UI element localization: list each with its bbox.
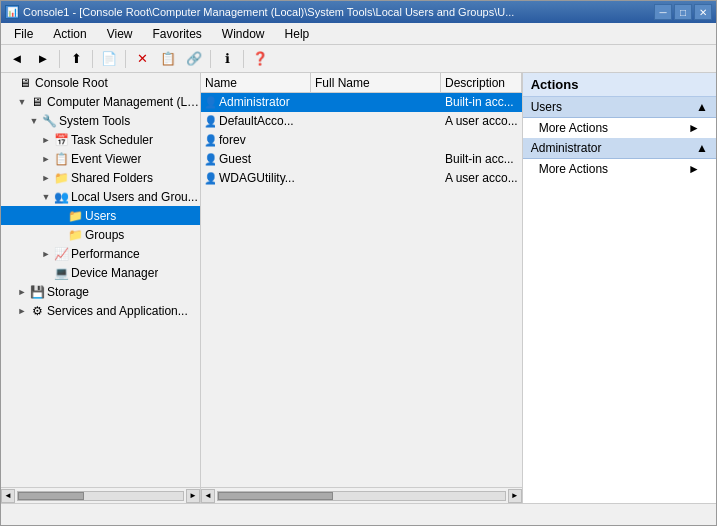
col-header-name[interactable]: Name bbox=[201, 73, 311, 92]
menu-file[interactable]: File bbox=[5, 24, 42, 44]
status-bar bbox=[1, 503, 716, 525]
expander-storage[interactable]: ► bbox=[15, 285, 29, 299]
expander-event-viewer[interactable]: ► bbox=[39, 152, 53, 166]
row-defaultacco-icon: 👤 bbox=[203, 113, 215, 129]
sidebar-item-performance[interactable]: ► 📈 Performance bbox=[1, 244, 200, 263]
center-scrollbar-thumb[interactable] bbox=[218, 492, 333, 500]
sidebar-item-computer-mgmt[interactable]: ▼ 🖥 Computer Management (Lo... bbox=[1, 92, 200, 111]
row-defaultacco-description: A user acco... bbox=[441, 114, 522, 128]
sidebar-item-console-root[interactable]: 🖥 Console Root bbox=[1, 73, 200, 92]
properties-button[interactable]: ℹ bbox=[215, 48, 239, 70]
system-tools-label: System Tools bbox=[59, 114, 130, 128]
sidebar-item-storage[interactable]: ► 💾 Storage bbox=[1, 282, 200, 301]
table-row[interactable]: 👤 Guest Built-in acc... bbox=[201, 150, 522, 169]
sidebar-item-event-viewer[interactable]: ► 📋 Event Viewer bbox=[1, 149, 200, 168]
close-button[interactable]: ✕ bbox=[694, 4, 712, 20]
table-row[interactable]: 👤 forev bbox=[201, 131, 522, 150]
sidebar-item-local-users[interactable]: ▼ 👥 Local Users and Grou... bbox=[1, 187, 200, 206]
sidebar-item-users[interactable]: 📁 Users bbox=[1, 206, 200, 225]
table-row[interactable]: 👤 DefaultAcco... A user acco... bbox=[201, 112, 522, 131]
col-name-label: Name bbox=[205, 76, 237, 90]
sidebar-item-device-manager[interactable]: 💻 Device Manager bbox=[1, 263, 200, 282]
center-scroll-right[interactable]: ► bbox=[508, 489, 522, 503]
expander-task-scheduler[interactable]: ► bbox=[39, 133, 53, 147]
users-label: Users bbox=[85, 209, 116, 223]
row-admin-name: Administrator bbox=[215, 95, 311, 109]
expander-services-apps[interactable]: ► bbox=[15, 304, 29, 318]
sidebar-horizontal-scrollbar[interactable]: ◄ ► bbox=[1, 487, 200, 503]
show-hide-button[interactable]: 📄 bbox=[97, 48, 121, 70]
row-guest-name: Guest bbox=[215, 152, 311, 166]
help-button[interactable]: ❓ bbox=[248, 48, 272, 70]
row-forev-name: forev bbox=[215, 133, 311, 147]
copy-button[interactable]: 📋 bbox=[156, 48, 180, 70]
expander-local-users[interactable]: ▼ bbox=[39, 190, 53, 204]
actions-section-admin-collapse-icon: ▲ bbox=[696, 141, 708, 155]
shared-folders-label: Shared Folders bbox=[71, 171, 153, 185]
table-row[interactable]: 👤 WDAGUtility... A user acco... bbox=[201, 169, 522, 188]
menu-action[interactable]: Action bbox=[44, 24, 95, 44]
task-scheduler-label: Task Scheduler bbox=[71, 133, 153, 147]
actions-section-users[interactable]: Users ▲ bbox=[523, 97, 716, 118]
forward-button[interactable]: ► bbox=[31, 48, 55, 70]
sidebar-scroll-left[interactable]: ◄ bbox=[1, 489, 15, 503]
col-header-description[interactable]: Description bbox=[441, 73, 522, 92]
actions-item-more-actions-users[interactable]: More Actions ► bbox=[523, 118, 716, 138]
system-tools-icon: 🔧 bbox=[41, 113, 57, 129]
more-actions-users-label: More Actions bbox=[539, 121, 608, 135]
menu-favorites[interactable]: Favorites bbox=[144, 24, 211, 44]
expander-shared-folders[interactable]: ► bbox=[39, 171, 53, 185]
expander-device-manager bbox=[39, 266, 53, 280]
paste-button[interactable]: 🔗 bbox=[182, 48, 206, 70]
sidebar-item-task-scheduler[interactable]: ► 📅 Task Scheduler bbox=[1, 130, 200, 149]
row-wdag-name: WDAGUtility... bbox=[215, 171, 311, 185]
menu-view[interactable]: View bbox=[98, 24, 142, 44]
up-button[interactable]: ⬆ bbox=[64, 48, 88, 70]
col-header-fullname[interactable]: Full Name bbox=[311, 73, 441, 92]
table-row[interactable]: 👤 Administrator Built-in acc... bbox=[201, 93, 522, 112]
row-defaultacco-name: DefaultAcco... bbox=[215, 114, 311, 128]
actions-pane: Actions Users ▲ More Actions ► Administr… bbox=[523, 73, 716, 503]
back-button[interactable]: ◄ bbox=[5, 48, 29, 70]
sidebar-item-shared-folders[interactable]: ► 📁 Shared Folders bbox=[1, 168, 200, 187]
col-fullname-label: Full Name bbox=[315, 76, 370, 90]
sidebar-item-system-tools[interactable]: ▼ 🔧 System Tools bbox=[1, 111, 200, 130]
title-bar: 📊 Console1 - [Console Root\Computer Mana… bbox=[1, 1, 716, 23]
center-pane: Name Full Name Description bbox=[201, 73, 522, 487]
maximize-button[interactable]: □ bbox=[674, 4, 692, 20]
row-wdag-description: A user acco... bbox=[441, 171, 522, 185]
minimize-button[interactable]: ─ bbox=[654, 4, 672, 20]
panes-main: 🖥 Console Root ▼ 🖥 Computer Management (… bbox=[1, 73, 716, 503]
app-icon: 📊 bbox=[5, 5, 19, 19]
center-horizontal-scrollbar[interactable]: ◄ ► bbox=[201, 487, 522, 503]
storage-icon: 💾 bbox=[29, 284, 45, 300]
sidebar-item-services-apps[interactable]: ► ⚙ Services and Application... bbox=[1, 301, 200, 320]
window-title: Console1 - [Console Root\Computer Manage… bbox=[23, 6, 514, 18]
console-root-label: Console Root bbox=[35, 76, 108, 90]
event-viewer-icon: 📋 bbox=[53, 151, 69, 167]
actions-section-admin[interactable]: Administrator ▲ bbox=[523, 138, 716, 159]
actions-item-more-actions-admin[interactable]: More Actions ► bbox=[523, 159, 716, 179]
list-header: Name Full Name Description bbox=[201, 73, 522, 93]
sidebar-item-groups[interactable]: 📁 Groups bbox=[1, 225, 200, 244]
sidebar-scroll-right[interactable]: ► bbox=[186, 489, 200, 503]
actions-section-users-collapse-icon: ▲ bbox=[696, 100, 708, 114]
storage-label: Storage bbox=[47, 285, 89, 299]
sidebar-scrollbar-track[interactable] bbox=[17, 491, 184, 501]
expander-computer-mgmt[interactable]: ▼ bbox=[15, 95, 29, 109]
menu-window[interactable]: Window bbox=[213, 24, 274, 44]
toolbar-separator-2 bbox=[92, 50, 93, 68]
expander-performance[interactable]: ► bbox=[39, 247, 53, 261]
row-guest-description: Built-in acc... bbox=[441, 152, 522, 166]
center-scroll-left[interactable]: ◄ bbox=[201, 489, 215, 503]
center-scrollbar-track[interactable] bbox=[217, 491, 506, 501]
row-admin-icon: 👤 bbox=[203, 94, 215, 110]
expander-system-tools[interactable]: ▼ bbox=[27, 114, 41, 128]
menu-help[interactable]: Help bbox=[276, 24, 319, 44]
sidebar-scrollbar-thumb[interactable] bbox=[18, 492, 84, 500]
services-apps-label: Services and Application... bbox=[47, 304, 188, 318]
row-admin-description: Built-in acc... bbox=[441, 95, 522, 109]
task-scheduler-icon: 📅 bbox=[53, 132, 69, 148]
performance-icon: 📈 bbox=[53, 246, 69, 262]
cut-button[interactable]: ✕ bbox=[130, 48, 154, 70]
